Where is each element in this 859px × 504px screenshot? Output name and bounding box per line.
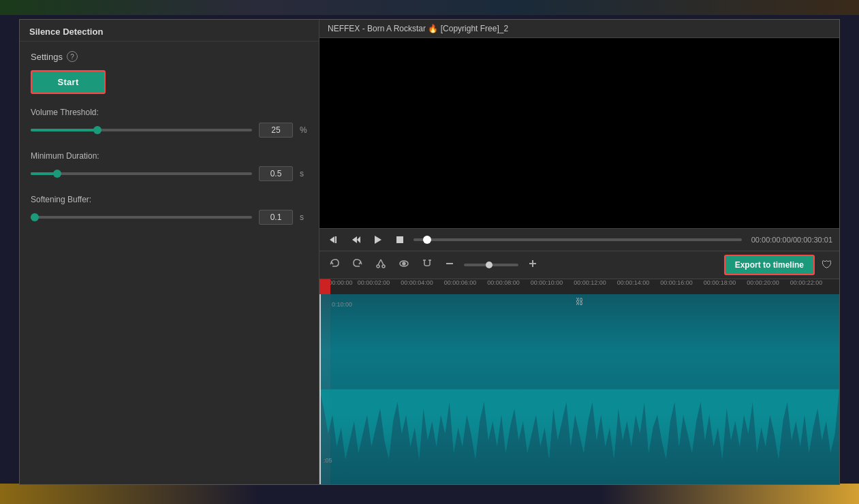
svg-rect-1 [335,236,337,243]
play-button[interactable] [370,233,386,247]
stop-button[interactable] [392,233,408,247]
bottom-background-bar [0,484,859,504]
settings-label: Settings [31,52,63,62]
left-panel: Silence Detection Settings ? Start Volum… [20,20,319,484]
zoom-thumb[interactable] [486,262,493,268]
softening-buffer-label: Softening Buffer: [31,195,308,204]
svg-marker-2 [352,236,357,243]
playback-position-dot [423,236,431,244]
ruler-tick-9: 00:00:18:00 [704,279,736,286]
svg-line-9 [381,259,384,265]
ruler-tick-1: 00:00:02:00 [358,279,390,286]
svg-point-11 [403,262,405,265]
volume-threshold-group: Volume Threshold: % [31,108,308,138]
ruler-tick-6: 00:00:12:00 [574,279,606,286]
start-button[interactable]: Start [31,70,106,94]
volume-threshold-unit: % [300,125,308,135]
minimum-duration-label: Minimum Duration: [31,151,308,161]
zoom-slider[interactable] [464,264,518,266]
eye-button[interactable] [396,257,412,273]
playhead[interactable] [319,294,321,484]
ruler-tick-4: 00:00:08:00 [487,279,520,286]
window-title: Silence Detection [29,27,103,37]
rewind-button[interactable] [326,233,343,247]
svg-rect-16 [529,263,536,264]
softening-buffer-unit: s [300,212,308,222]
volume-threshold-fill [31,129,97,131]
ruler-tick-3: 00:00:06:00 [444,279,477,286]
volume-threshold-row: % [31,123,308,138]
cut-button[interactable] [373,257,389,273]
right-panel: NEFFEX - Born A Rockstar 🔥 [Copyright Fr… [319,20,839,484]
volume-threshold-input[interactable] [259,123,293,138]
svg-marker-4 [375,236,381,244]
waveform-area: 0:10:00 :05 ⛓ [319,294,839,484]
minimum-duration-slider[interactable] [31,172,252,175]
svg-line-8 [378,259,381,265]
step-back-button[interactable] [348,233,364,247]
minimum-duration-thumb[interactable] [53,170,61,178]
ruler-tick-11: 00:00:22:00 [790,279,823,286]
waveform-time-label: 0:10:00 [332,301,352,308]
video-player [319,38,839,228]
ruler-tick-10: 00:00:20:00 [747,279,779,286]
edit-toolbar: Export to timeline 🛡 [319,251,839,279]
waveform-side-label: :05 [324,457,332,464]
volume-threshold-label: Volume Threshold: [31,108,308,117]
ruler-tick-2: 00:00:04:00 [401,279,433,286]
softening-buffer-slider[interactable] [31,216,252,219]
silence-detection-header: Silence Detection [20,20,319,42]
timeline-red-marker [319,279,330,294]
playback-progress-bar[interactable] [413,238,742,241]
shield-icon[interactable]: 🛡 [822,259,832,271]
svg-rect-14 [446,263,453,264]
main-window: Silence Detection Settings ? Start Volum… [19,19,840,485]
help-icon[interactable]: ? [67,51,78,62]
waveform-center-icon: ⛓ [576,297,584,306]
ruler-tick-5: 00:00:10:00 [531,279,563,286]
minimum-duration-input[interactable] [259,166,293,181]
minimum-duration-group: Minimum Duration: s [31,151,308,181]
magnet-button[interactable] [419,257,435,273]
svg-marker-0 [330,236,334,243]
zoom-in-button[interactable] [525,257,540,272]
volume-threshold-slider[interactable] [31,129,252,131]
waveform-svg [319,294,839,484]
playback-controls: 00:00:00:00/00:00:30:01 [319,228,839,251]
window-body: Silence Detection Settings ? Start Volum… [20,20,839,484]
ruler-ticks-container: 00:00:00 00:00:02:00 00:00:04:00 00:00:0… [330,279,839,294]
redo-button[interactable] [349,257,366,273]
svg-marker-3 [357,236,360,243]
ruler-tick-7: 00:00:14:00 [617,279,650,286]
time-display: 00:00:00:00/00:00:30:01 [751,236,832,244]
ruler-tick-0: 00:00:00 [330,279,352,286]
export-to-timeline-button[interactable]: Export to timeline [724,255,815,275]
background-bar [0,0,859,15]
video-title-bar: NEFFEX - Born A Rockstar 🔥 [Copyright Fr… [319,20,839,38]
timeline-ruler: 00:00:00 00:00:02:00 00:00:04:00 00:00:0… [319,279,839,294]
start-button-container: Start [31,70,308,94]
video-title: NEFFEX - Born A Rockstar 🔥 [Copyright Fr… [328,24,508,33]
softening-buffer-input[interactable] [259,210,293,225]
undo-button[interactable] [326,257,343,273]
silence-content: Settings ? Start Volume Threshold: [20,42,319,234]
svg-rect-5 [396,236,403,243]
softening-buffer-row: s [31,210,308,225]
zoom-out-button[interactable] [442,257,457,272]
svg-point-6 [377,265,379,268]
ruler-tick-8: 00:00:16:00 [660,279,693,286]
softening-buffer-thumb[interactable] [31,213,39,221]
minimum-duration-row: s [31,166,308,181]
svg-point-7 [382,265,385,268]
softening-buffer-group: Softening Buffer: s [31,195,308,225]
minimum-duration-unit: s [300,169,308,178]
volume-threshold-thumb[interactable] [93,126,101,134]
